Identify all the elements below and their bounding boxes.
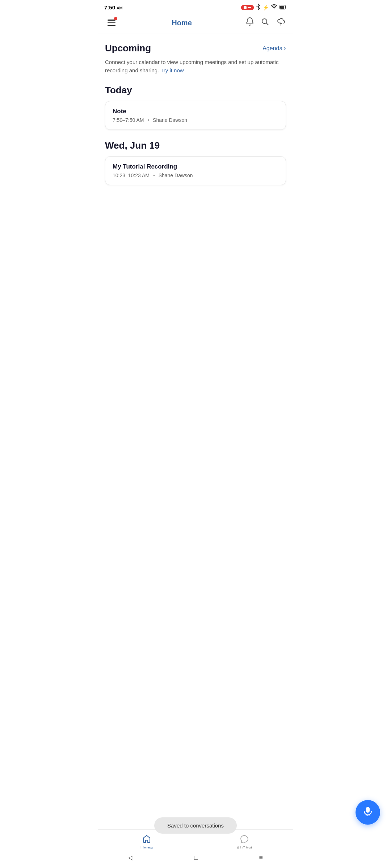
battery-icon — [279, 5, 287, 10]
dot-separator-2: • — [153, 173, 155, 178]
today-card[interactable]: Note 7:50–7:50 AM • Shane Dawson — [105, 101, 286, 130]
wed-card-time: 10:23–10:23 AM — [113, 173, 150, 178]
wed-title: Wed, Jun 19 — [105, 140, 286, 151]
wed-card-title: My Tutorial Recording — [113, 163, 278, 170]
status-bar: 7:50 AM ⚡ — [98, 0, 293, 13]
today-card-time: 7:50–7:50 AM — [113, 117, 144, 123]
bluetooth-icon — [256, 4, 260, 11]
search-icon[interactable] — [261, 17, 269, 28]
svg-rect-2 — [280, 6, 284, 9]
wed-card[interactable]: My Tutorial Recording 10:23–10:23 AM • S… — [105, 156, 286, 185]
upload-icon[interactable] — [276, 17, 286, 28]
page-title: Home — [172, 19, 192, 27]
upcoming-description: Connect your calendar to view upcoming m… — [105, 58, 286, 75]
today-section: Today Note 7:50–7:50 AM • Shane Dawson — [105, 85, 286, 130]
menu-button[interactable] — [105, 16, 118, 29]
today-title: Today — [105, 85, 286, 96]
today-card-meta: 7:50–7:50 AM • Shane Dawson — [113, 117, 278, 123]
nav-actions — [245, 17, 286, 29]
svg-point-0 — [274, 8, 274, 9]
record-indicator — [241, 5, 254, 10]
flash-icon: ⚡ — [262, 5, 269, 10]
main-content: Upcoming Agenda Connect your calendar to… — [98, 34, 293, 185]
today-card-author: Shane Dawson — [153, 117, 187, 123]
upcoming-header: Upcoming Agenda — [105, 43, 286, 54]
wed-card-meta: 10:23–10:23 AM • Shane Dawson — [113, 173, 278, 178]
nav-bar: Home — [98, 13, 293, 34]
wifi-icon — [271, 4, 277, 10]
notifications-icon[interactable] — [245, 17, 254, 29]
status-icons: ⚡ — [241, 4, 287, 11]
menu-badge — [114, 17, 117, 20]
status-time: 7:50 AM — [104, 4, 123, 10]
today-card-title: Note — [113, 108, 278, 115]
dot-separator: • — [147, 117, 149, 123]
wed-card-author: Shane Dawson — [159, 173, 193, 178]
upcoming-title: Upcoming — [105, 43, 151, 54]
hamburger-icon — [108, 20, 115, 26]
agenda-link[interactable]: Agenda — [262, 44, 286, 52]
try-it-now-link[interactable]: Try it now — [160, 67, 184, 73]
wed-section: Wed, Jun 19 My Tutorial Recording 10:23–… — [105, 140, 286, 185]
